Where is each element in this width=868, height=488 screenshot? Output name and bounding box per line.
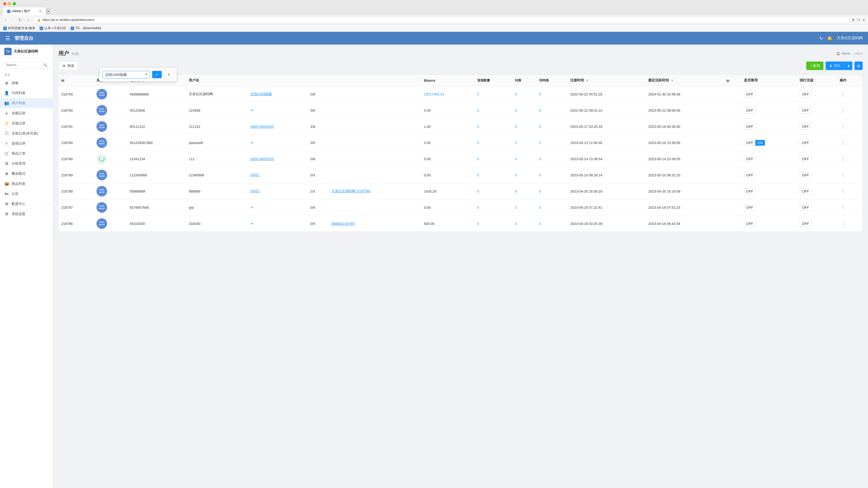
package-link[interactable]: 3000-5000SSS	[251, 125, 274, 129]
bookmark-item-3[interactable]: TG：@tianmeibbs	[70, 26, 101, 30]
minimize-traffic-light[interactable]	[8, 2, 11, 5]
banned-toggle[interactable]: OFF	[744, 91, 756, 97]
share-button[interactable]: ⬆	[851, 18, 855, 22]
banned-off-button[interactable]: OFF	[744, 124, 755, 129]
export-button[interactable]: ⬇ 导出	[826, 62, 844, 70]
force-off-button[interactable]: OFF	[800, 156, 811, 162]
banned-off-button[interactable]: OFF	[744, 221, 755, 226]
banned-toggle[interactable]: OFF	[744, 205, 756, 211]
banned-toggle[interactable]: OFF	[744, 221, 756, 227]
sidebar-item-config-center[interactable]: ⚙ 配置中心 ‹	[0, 199, 53, 209]
referrer-link[interactable]: 88888(218785)	[332, 222, 355, 226]
new-tab-button[interactable]: +	[46, 9, 50, 14]
banned-toggle[interactable]: OFF	[744, 188, 756, 194]
sidebar-item-recharge-incomplete[interactable]: ☐ 充值记录(未完成)	[0, 128, 53, 139]
package-link[interactable]: 总线1000隐藏	[251, 92, 272, 96]
force-off-button[interactable]: OFF	[800, 124, 811, 129]
force-off-button[interactable]: OFF	[800, 173, 811, 178]
back-button[interactable]: ‹	[3, 17, 8, 23]
action-more-button[interactable]: ⋮	[840, 220, 846, 227]
banned-toggle[interactable]: OFF	[744, 172, 756, 178]
balance-value[interactable]: 10017445.43	[424, 92, 444, 96]
sidebar-item-agent-list[interactable]: 👤 代理列表	[0, 88, 53, 98]
sidebar-item-dashboard[interactable]: ⊞ 面板	[0, 78, 53, 88]
package-edit-icon[interactable]: ✏	[251, 141, 254, 145]
sidebar-item-recharge[interactable]: ⚡ 充值记录	[0, 118, 53, 128]
close-traffic-light[interactable]	[3, 2, 6, 5]
action-more-button[interactable]: ⋮	[840, 171, 846, 179]
package-link[interactable]: 3000-5000SSS	[251, 157, 274, 161]
action-more-button[interactable]: ⋮	[840, 155, 846, 163]
view-toggle-button[interactable]: ⊞	[855, 62, 863, 70]
bookmark-item-1[interactable]: 程序搭建/开发/修复	[3, 26, 35, 30]
sidebar-item-announcement[interactable]: Be 公告	[0, 189, 53, 199]
force-toggle[interactable]: OFF	[800, 91, 811, 97]
banned-off-button[interactable]: OFF	[744, 108, 755, 113]
tab-close-button[interactable]: ✕	[39, 9, 42, 13]
home-button[interactable]: ⌂	[26, 17, 31, 23]
action-more-button[interactable]: ⋮	[840, 204, 846, 211]
force-toggle[interactable]: OFF	[800, 205, 811, 211]
package-link[interactable]: 200出	[251, 189, 260, 193]
force-toggle[interactable]: OFF	[800, 172, 811, 178]
force-toggle[interactable]: OFF	[800, 156, 811, 162]
banned-toggle[interactable]: OFF	[744, 124, 756, 130]
action-more-button[interactable]: ⋮	[840, 139, 846, 147]
hamburger-button[interactable]: ☰	[5, 35, 10, 41]
sidebar-item-balance[interactable]: ≡ 余额记录	[0, 108, 53, 118]
banned-off-button[interactable]: OFF	[744, 140, 755, 146]
banned-off-button[interactable]: OFF	[744, 189, 755, 194]
action-more-button[interactable]: ⋮	[840, 90, 846, 98]
forward-button[interactable]: ›	[10, 17, 14, 23]
banned-off-button[interactable]: OFF	[744, 156, 755, 162]
action-more-button[interactable]: ⋮	[840, 106, 846, 114]
bookmark-item-2[interactable]: 认准->天美社区	[39, 26, 66, 30]
sidebar-item-withdraw[interactable]: ✓ 提现记录	[0, 139, 53, 149]
col-reg-time[interactable]: 注册时间 ⇅	[568, 75, 646, 86]
sidebar-item-system-settings[interactable]: ⚙ 系统设置 ‹	[0, 209, 53, 219]
filter-confirm-button[interactable]: ✓	[152, 71, 162, 78]
action-more-button[interactable]: ⋮	[840, 187, 846, 195]
force-toggle[interactable]: OFF	[800, 108, 811, 114]
menu-button[interactable]: ≡	[863, 18, 865, 22]
breadcrumb-home[interactable]: Home	[842, 52, 850, 55]
filter-cancel-button[interactable]: ✕	[164, 70, 174, 79]
banned-off-button[interactable]: OFF	[744, 173, 755, 178]
notification-button[interactable]: 🔔	[827, 36, 833, 41]
force-toggle[interactable]: OFF	[800, 221, 811, 227]
banned-toggle[interactable]: OFF	[744, 156, 756, 162]
banned-off-button[interactable]: OFF	[744, 92, 755, 97]
package-edit-icon[interactable]: ✏	[251, 205, 254, 210]
search-input[interactable]	[3, 61, 50, 69]
col-last-active[interactable]: 最近活跃时间 ⇅	[646, 75, 723, 86]
package-edit-icon[interactable]: ✏	[251, 221, 254, 226]
force-off-button[interactable]: OFF	[800, 189, 811, 194]
action-more-button[interactable]: ⋮	[840, 123, 846, 130]
banned-toggle[interactable]: OFF	[744, 108, 756, 114]
banned-off-button[interactable]: OFF	[744, 205, 755, 210]
refresh-header-button[interactable]: ↻	[819, 36, 823, 41]
export-dropdown-button[interactable]: ▼	[844, 62, 852, 70]
sidebar-item-group-manage[interactable]: ⚙ 分组管理	[0, 159, 53, 169]
force-off-button[interactable]: OFF	[800, 205, 811, 210]
shield-button[interactable]: 🛡	[857, 18, 861, 22]
filter-button[interactable]: ▼ 筛选	[58, 61, 78, 70]
banned-toggle[interactable]: OFF ON	[744, 140, 766, 146]
banned-on-button[interactable]: ON	[755, 140, 765, 146]
sidebar-item-product-list[interactable]: 📦 商品列表	[0, 179, 53, 189]
package-edit-icon[interactable]: ✏	[251, 108, 254, 113]
browser-tab-active[interactable]: Admin | 用户 ✕	[3, 7, 45, 15]
sidebar-item-product-order[interactable]: 🛒 商品订单	[0, 149, 53, 159]
force-toggle[interactable]: OFF	[800, 140, 811, 146]
referrer-link[interactable]: 天美社区源码网 (218758)	[332, 189, 370, 193]
package-link[interactable]: 200出	[251, 173, 260, 177]
refresh-button[interactable]: ↻	[17, 17, 23, 23]
force-toggle[interactable]: OFF	[800, 124, 811, 130]
sidebar-item-stack-mode[interactable]: ⊕ 叠加模式	[0, 169, 53, 179]
new-button[interactable]: + 新增	[806, 62, 824, 70]
url-bar[interactable]: 🔒 https://dj-sc.timibbs.vip/timibbs/user…	[33, 17, 849, 23]
force-toggle[interactable]: OFF	[800, 188, 811, 194]
filter-select[interactable]: 总线1000隐藏 选项2	[102, 71, 150, 79]
fullscreen-traffic-light[interactable]	[13, 2, 16, 5]
sidebar-item-user-list[interactable]: 👥 用户列表	[0, 98, 53, 108]
